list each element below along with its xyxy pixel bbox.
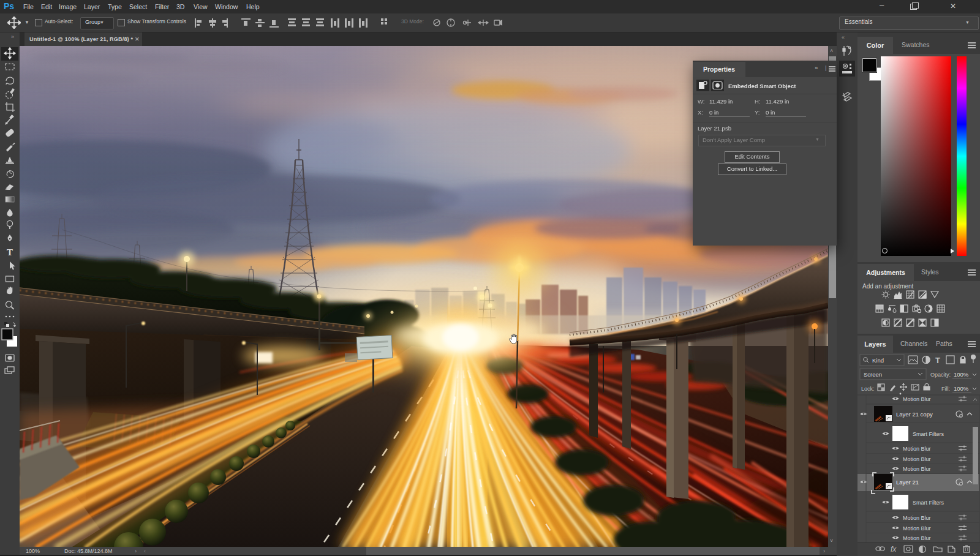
svg-text:Motion Blur: Motion Blur [903,525,931,532]
svg-text:Smart Filters: Smart Filters [913,500,944,506]
svg-text:fx: fx [891,545,897,554]
svg-text:Smart Filters: Smart Filters [913,431,944,437]
svg-text:T: T [7,247,13,257]
svg-text:Lock:: Lock: [861,386,875,392]
svg-text:Motion Blur: Motion Blur [903,535,931,541]
svg-text:Kind: Kind [872,357,884,364]
svg-text:Motion Blur: Motion Blur [903,446,931,452]
svg-text:100%: 100% [954,371,969,378]
svg-text:Fill:: Fill: [941,386,950,392]
svg-text:Opacity:: Opacity: [930,372,951,378]
svg-text:Layer 21 copy: Layer 21 copy [896,411,933,418]
svg-text:Layer 21: Layer 21 [896,479,919,486]
svg-text:Motion Blur: Motion Blur [903,396,931,402]
svg-text:Motion Blur: Motion Blur [903,466,931,472]
svg-text:100%: 100% [954,385,969,392]
svg-text:Screen: Screen [864,371,882,378]
svg-text:Motion Blur: Motion Blur [903,515,931,521]
svg-text:T: T [935,356,940,365]
svg-text:Motion Blur: Motion Blur [903,456,931,462]
